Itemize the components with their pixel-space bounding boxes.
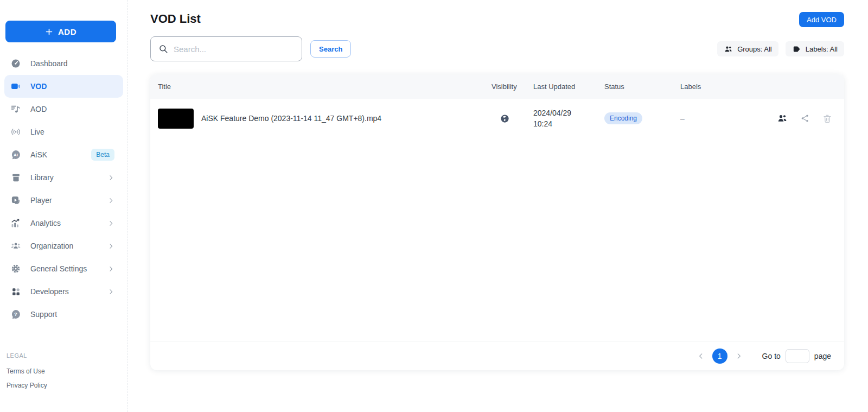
- trash-icon[interactable]: [822, 113, 832, 124]
- blocks-icon: [10, 287, 22, 296]
- sidebar-item-label: Dashboard: [30, 59, 68, 68]
- search-input[interactable]: [174, 45, 294, 54]
- add-button[interactable]: ADD: [5, 21, 116, 42]
- sidebar-item-label: AOD: [30, 105, 47, 113]
- organization-icon: [10, 240, 22, 251]
- sidebar-item-support[interactable]: ? Support: [4, 303, 123, 326]
- pagination-page-1[interactable]: 1: [712, 348, 727, 364]
- main-content: VOD List Add VOD Search Groups: All Labe…: [128, 0, 868, 412]
- column-header-title: Title: [158, 83, 492, 91]
- labels-filter-label: Labels: All: [806, 45, 838, 53]
- go-to-page-input[interactable]: [786, 349, 809, 363]
- library-icon: [10, 173, 22, 183]
- sidebar-item-library[interactable]: Library: [4, 166, 123, 189]
- add-button-label: ADD: [58, 27, 76, 36]
- sidebar-item-aisk[interactable]: Ai AiSK Beta: [4, 143, 123, 166]
- privacy-policy-link[interactable]: Privacy Policy: [7, 382, 121, 389]
- chevron-right-icon: [107, 220, 114, 227]
- search-icon: [158, 44, 168, 54]
- analytics-icon: [10, 218, 22, 229]
- share-icon[interactable]: [800, 113, 810, 123]
- column-header-status: Status: [604, 83, 680, 91]
- groups-filter-label: Groups: All: [737, 45, 772, 53]
- legal-heading: LEGAL: [7, 352, 121, 359]
- column-header-visibility: Visibility: [492, 83, 533, 91]
- pagination-next-icon[interactable]: [732, 352, 746, 360]
- page-label: page: [814, 352, 831, 360]
- chevron-right-icon: [107, 243, 114, 250]
- player-icon: [10, 195, 22, 206]
- sidebar: ADD Dashboard VOD AOD Live: [0, 0, 128, 412]
- table-row[interactable]: AiSK Feature Demo (2023-11-14 11_47 GMT+…: [150, 99, 844, 138]
- sidebar-item-developers[interactable]: Developers: [4, 280, 123, 303]
- chevron-right-icon: [107, 197, 114, 204]
- sidebar-item-aod[interactable]: AOD: [4, 98, 123, 121]
- sidebar-item-organization[interactable]: Organization: [4, 234, 123, 257]
- video-thumbnail[interactable]: [158, 109, 194, 129]
- labels-filter-button[interactable]: Labels: All: [786, 41, 844, 56]
- status-badge: Encoding: [604, 112, 642, 124]
- last-updated-time: 10:24: [533, 118, 604, 129]
- users-icon: [724, 45, 733, 54]
- go-to-label: Go to: [762, 352, 781, 360]
- labels-value: –: [680, 114, 756, 123]
- sidebar-item-label: AiSK: [30, 150, 47, 159]
- chevron-right-icon: [107, 288, 114, 295]
- svg-text:?: ?: [14, 311, 17, 317]
- sidebar-item-label: Player: [30, 196, 52, 205]
- audio-icon: [10, 104, 22, 115]
- tag-icon: [792, 45, 801, 54]
- sidebar-item-label: Analytics: [30, 219, 61, 227]
- question-bubble-icon: ?: [10, 309, 22, 320]
- sidebar-item-label: General Settings: [30, 264, 87, 273]
- vod-table-card: Title Visibility Last Updated Status Lab…: [150, 74, 844, 370]
- broadcast-icon: [10, 126, 22, 137]
- plus-icon: [45, 28, 53, 36]
- sidebar-item-analytics[interactable]: Analytics: [4, 212, 123, 234]
- add-vod-button[interactable]: Add VOD: [799, 12, 844, 27]
- table-header-row: Title Visibility Last Updated Status Lab…: [150, 74, 844, 99]
- page-title: VOD List: [150, 12, 201, 26]
- pagination-bar: 1 Go to page: [150, 341, 844, 370]
- legal-section: LEGAL Terms of Use Privacy Policy: [0, 352, 127, 412]
- globe-icon: [500, 113, 510, 124]
- gear-icon: [10, 263, 22, 274]
- permissions-users-icon[interactable]: [777, 113, 788, 124]
- sidebar-item-label: Developers: [30, 287, 69, 296]
- pagination-prev-icon[interactable]: [694, 352, 708, 360]
- beta-badge: Beta: [91, 149, 114, 161]
- sidebar-item-label: VOD: [30, 82, 47, 91]
- terms-of-use-link[interactable]: Terms of Use: [7, 367, 121, 375]
- ai-chat-icon: Ai: [10, 149, 22, 160]
- sidebar-nav: Dashboard VOD AOD Live Ai AiSK Beta: [0, 52, 127, 326]
- sidebar-item-general-settings[interactable]: General Settings: [4, 257, 123, 280]
- chevron-right-icon: [107, 265, 114, 272]
- sidebar-item-vod[interactable]: VOD: [4, 75, 123, 98]
- last-updated-date: 2024/04/29: [533, 107, 604, 118]
- video-icon: [10, 81, 22, 92]
- chevron-right-icon: [107, 174, 114, 181]
- sidebar-item-dashboard[interactable]: Dashboard: [4, 52, 123, 75]
- sidebar-item-live[interactable]: Live: [4, 121, 123, 143]
- search-button[interactable]: Search: [310, 40, 351, 58]
- sidebar-item-label: Organization: [30, 242, 73, 250]
- column-header-labels: Labels: [680, 83, 756, 91]
- search-box: [150, 36, 302, 61]
- video-title[interactable]: AiSK Feature Demo (2023-11-14 11_47 GMT+…: [201, 114, 381, 123]
- dashboard-icon: [10, 58, 22, 69]
- sidebar-item-label: Library: [30, 173, 54, 182]
- sidebar-item-label: Live: [30, 128, 44, 136]
- svg-text:Ai: Ai: [14, 153, 18, 157]
- groups-filter-button[interactable]: Groups: All: [717, 41, 778, 56]
- column-header-last-updated: Last Updated: [533, 83, 604, 91]
- sidebar-item-player[interactable]: Player: [4, 189, 123, 212]
- sidebar-item-label: Support: [30, 310, 57, 319]
